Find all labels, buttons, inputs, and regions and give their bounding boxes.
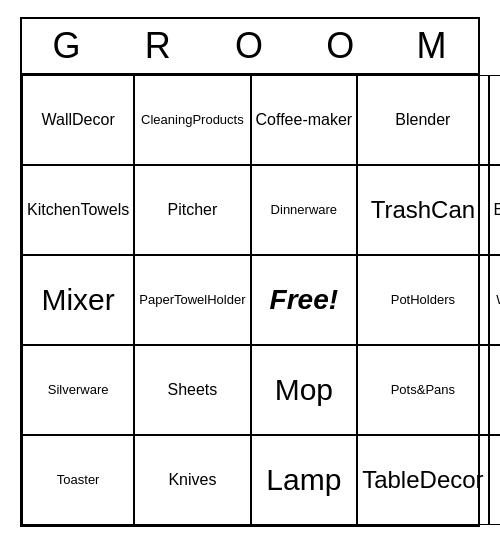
bingo-cell: Knives	[134, 435, 250, 525]
bingo-cell: Pitcher	[134, 165, 250, 255]
bingo-card: GROOM WallDecorCleaningProductsCoffee-ma…	[20, 17, 480, 527]
bingo-cell: PotHolders	[357, 255, 488, 345]
bingo-grid: WallDecorCleaningProductsCoffee-makerBle…	[22, 75, 478, 525]
bingo-cell: TrashCan	[357, 165, 488, 255]
bingo-cell: BathTowels	[489, 165, 500, 255]
bingo-cell: Pots&Pans	[357, 345, 488, 435]
bingo-cell: Lamp	[251, 435, 358, 525]
bingo-cell: Mop	[251, 345, 358, 435]
header-letter: R	[113, 19, 204, 73]
bingo-cell: CleaningProducts	[134, 75, 250, 165]
bingo-header: GROOM	[22, 19, 478, 75]
bingo-cell: Coffee-maker	[251, 75, 358, 165]
bingo-cell: Toaster	[22, 435, 134, 525]
header-letter: O	[204, 19, 295, 73]
bingo-cell: Silverware	[22, 345, 134, 435]
header-letter: G	[22, 19, 113, 73]
header-letter: O	[296, 19, 387, 73]
bingo-cell: Sheets	[134, 345, 250, 435]
bingo-cell: WallDecor	[22, 75, 134, 165]
bingo-cell: Mixer	[22, 255, 134, 345]
bingo-cell: Tools	[489, 345, 500, 435]
bingo-cell: Utensils	[489, 75, 500, 165]
header-letter: M	[387, 19, 478, 73]
bingo-cell: Dinnerware	[251, 165, 358, 255]
bingo-cell: Blender	[357, 75, 488, 165]
bingo-cell: TableDecor	[357, 435, 488, 525]
bingo-cell: Free!	[251, 255, 358, 345]
bingo-cell: WineGlasses	[489, 255, 500, 345]
bingo-cell: PaperTowelHolder	[134, 255, 250, 345]
bingo-cell: KitchenTowels	[22, 165, 134, 255]
bingo-cell: Organizer	[489, 435, 500, 525]
